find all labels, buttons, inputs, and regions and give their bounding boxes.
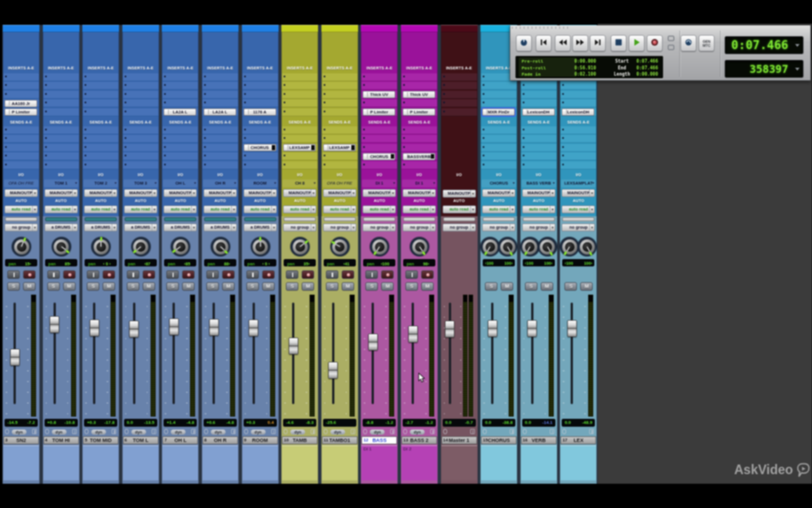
solo-button[interactable]: S [525,282,537,291]
send-slot[interactable] [202,152,238,160]
dyn-voice-selector[interactable]: dyn [171,430,186,435]
insert-slot[interactable] [242,91,278,99]
comments-area[interactable] [242,445,278,480]
automation-mode-selector[interactable]: auto read [283,205,316,213]
send-slot[interactable]: LEXSAMP [282,144,317,152]
comments-area[interactable]: DI 1 [361,445,397,480]
mini-fader-icon[interactable] [32,429,37,434]
group-selector[interactable]: no group [283,224,316,231]
insert-slot[interactable] [401,99,437,107]
record-arm-button[interactable] [63,270,76,279]
input-selector[interactable]: LEXSAMPLAT [561,179,595,187]
solo-button[interactable]: S [87,282,99,291]
elastic-audio-bar[interactable] [85,217,117,221]
send-slot[interactable]: LEXSAMP [322,144,358,152]
send-slot[interactable] [561,161,596,169]
insert-slot[interactable] [361,99,397,107]
elastic-audio-bar[interactable] [523,217,555,221]
comments-area[interactable] [43,445,79,480]
automation-mode-selector[interactable]: auto read [363,205,396,213]
insert-slot[interactable] [561,99,596,107]
mini-fader-icon[interactable] [550,429,554,434]
track-name[interactable]: 11TAMBO1 [322,436,358,444]
insert-slot[interactable] [521,91,557,99]
send-slot[interactable] [282,152,317,160]
fast-forward-button[interactable] [572,35,588,51]
output-window-icon[interactable] [403,429,407,434]
send-slot[interactable] [202,161,238,169]
input-selector[interactable]: TOM 3 [123,179,158,187]
insert-slot[interactable] [83,108,118,116]
insert-slot[interactable]: LA2A L [162,108,198,116]
solo-button[interactable]: S [485,282,497,291]
pan-knob[interactable] [251,237,270,256]
insert-plugin-button[interactable]: 1176 A [244,108,276,116]
track-name[interactable]: 4TOM HI [43,436,79,444]
send-slot[interactable] [401,135,437,143]
solo-button[interactable]: S [246,282,259,291]
send-slot[interactable] [521,135,557,143]
comments-area[interactable] [521,445,557,480]
mute-button[interactable]: M [381,282,394,291]
mute-button[interactable]: M [302,282,314,291]
output-window-icon[interactable] [85,429,89,434]
automation-mode-selector[interactable]: auto read [204,205,237,213]
elastic-audio-bar[interactable] [483,217,515,221]
send-slot[interactable] [322,135,358,143]
send-slot[interactable] [282,135,317,143]
group-selector[interactable]: no group [443,224,476,231]
fader-handle[interactable] [209,319,219,336]
output-selector[interactable]: MAINOUTP [363,189,396,197]
send-slot[interactable] [123,161,158,169]
output-selector[interactable]: MAINOUTP [164,189,197,197]
stop-button[interactable] [611,35,626,51]
send-slot[interactable] [162,144,198,152]
input-selector[interactable]: DI 1 [402,179,436,187]
track-name[interactable]: 10TAMB [282,436,317,444]
group-selector[interactable]: no group [562,224,595,231]
send-slot[interactable] [282,126,317,134]
input-selector[interactable]: ROOM [243,179,277,187]
dyn-voice-selector[interactable]: dyn [370,430,385,435]
input-selector[interactable]: OFA OH FRE [323,179,357,187]
insert-slot[interactable]: LA2A L [202,108,238,116]
output-selector[interactable]: MAINOUTP [482,189,515,197]
send-slot[interactable] [242,126,278,134]
send-slot[interactable] [521,152,557,160]
fader-handle[interactable] [445,321,454,338]
solo-button[interactable]: S [405,282,418,291]
mute-button[interactable]: M [103,282,115,291]
insert-slot[interactable] [561,82,596,90]
insert-slot[interactable] [162,91,198,99]
insert-slot[interactable] [3,73,39,81]
dyn-voice-selector[interactable]: dyn [251,430,266,435]
insert-slot[interactable] [43,82,79,90]
insert-slot[interactable] [202,99,238,107]
dyn-voice-selector[interactable]: dyn [52,430,67,435]
mini-fader-icon[interactable] [390,429,395,434]
send-slot[interactable] [561,152,596,160]
elastic-audio-bar[interactable] [244,217,276,221]
send-slot[interactable] [202,135,238,143]
group-selector[interactable]: a DRUMS [244,224,277,231]
fader-handle[interactable] [90,319,99,336]
output-window-icon[interactable] [562,429,566,434]
insert-slot[interactable] [282,82,317,90]
fader-handle[interactable] [408,326,418,343]
output-selector[interactable]: MAINOUTP [403,189,436,197]
pan-knob[interactable] [410,237,429,256]
send-slot[interactable] [401,144,437,152]
input-selector[interactable]: OH L [163,179,197,187]
pan-knob[interactable] [290,237,310,256]
send-slot[interactable] [3,135,39,143]
insert-slot[interactable] [123,99,158,107]
automation-mode-selector[interactable]: auto read [244,205,277,213]
send-slot[interactable]: CHORUS [242,144,278,152]
output-selector[interactable]: MAINOUTP [45,189,78,197]
solo-button[interactable]: S [206,282,219,291]
send-slot[interactable] [3,144,39,152]
track-name[interactable]: 9ROOM [242,436,278,444]
insert-slot[interactable] [162,99,198,107]
insert-plugin-button[interactable]: LexiconDH [522,108,555,116]
mute-button[interactable]: M [541,282,553,291]
